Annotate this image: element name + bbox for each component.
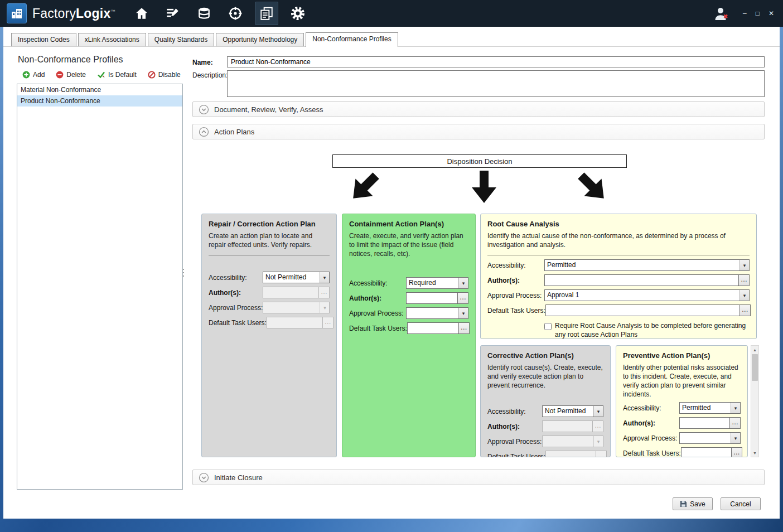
chevron-down-icon[interactable]: ▾ [458, 278, 468, 288]
list-item-material-non-conformance[interactable]: Material Non-Conformance [17, 84, 182, 95]
scroll-down-icon[interactable]: ▼ [753, 449, 757, 457]
scroll-up-icon[interactable]: ▲ [753, 346, 757, 354]
collapse-down-icon [199, 472, 209, 483]
ellipsis-button: … [596, 451, 607, 457]
list-item-product-non-conformance[interactable]: Product Non-Conformance [17, 95, 182, 107]
chevron-down-icon[interactable]: ▾ [458, 308, 468, 318]
section-action-plans[interactable]: Action Plans [192, 124, 765, 139]
require-root-cause-label: Require Root Cause Analysis to be comple… [555, 322, 750, 339]
repair-default-task-users-input [267, 317, 323, 328]
panel-splitter[interactable] [182, 268, 185, 279]
disable-button[interactable]: Disable [148, 71, 181, 79]
default-task-users-label: Default Task Users: [209, 319, 267, 327]
section-initiate-closure-label: Initiate Closure [214, 473, 263, 482]
preventive-approval-dropdown[interactable]: ▾ [679, 432, 741, 444]
description-label: Description: [192, 70, 227, 79]
chevron-down-icon[interactable]: ▾ [731, 403, 740, 413]
approval-process-label: Approval Process: [349, 309, 403, 317]
corrective-authors-input [542, 420, 593, 432]
corrective-accessibility-dropdown[interactable]: Not Permitted ▾ [542, 405, 603, 417]
divider [487, 255, 750, 256]
root-cause-panel: Root Cause Analysis Identify the actual … [480, 214, 757, 339]
home-icon[interactable] [130, 2, 153, 25]
settings-gear-icon[interactable] [286, 2, 310, 25]
repair-approval-dropdown: ▾ [263, 302, 330, 313]
tab-opportunity-methodology[interactable]: Opportunity Methodology [216, 33, 304, 46]
tab-inspection-codes[interactable]: Inspection Codes [11, 33, 76, 46]
planning-icon[interactable] [161, 2, 185, 25]
maximize-button[interactable]: □ [756, 10, 760, 17]
divider [209, 255, 330, 256]
chevron-down-icon[interactable]: ▾ [740, 260, 749, 270]
materials-icon[interactable] [192, 2, 216, 25]
containment-default-task-users-input[interactable] [407, 322, 459, 334]
is-default-button[interactable]: Is Default [97, 71, 137, 79]
profile-editor: Name: Description: Document, Review, Ver… [192, 54, 765, 519]
ellipsis-button[interactable]: … [730, 417, 741, 429]
action-plans-area: Disposition Decision Repair / Correction… [192, 139, 765, 462]
plans-scrollbar[interactable]: ▲ ▼ [751, 345, 759, 457]
root-cause-authors-input[interactable] [544, 274, 739, 286]
profiles-panel-title: Non-Conformance Profiles [18, 55, 183, 65]
delete-button[interactable]: Delete [56, 71, 86, 79]
name-input[interactable] [227, 56, 765, 67]
app-logo [7, 3, 27, 23]
corrective-approval-dropdown: ▾ [542, 436, 603, 447]
navigation-icon[interactable] [224, 2, 247, 25]
add-button[interactable]: Add [22, 71, 45, 79]
containment-panel-title: Containment Action Plan(s) [349, 220, 468, 228]
description-input[interactable] [227, 70, 765, 97]
collapse-up-icon [199, 127, 209, 137]
repair-correction-panel: Repair / Correction Action Plan Create a… [201, 214, 337, 457]
ellipsis-button[interactable]: … [739, 274, 750, 286]
ellipsis-button: … [593, 420, 603, 432]
disable-icon [148, 71, 156, 79]
containment-approval-dropdown[interactable]: ▾ [406, 307, 468, 319]
chevron-down-icon[interactable]: ▾ [320, 272, 329, 283]
chevron-down-icon[interactable]: ▾ [731, 433, 740, 443]
section-document-review[interactable]: Document, Review, Verify, Assess [192, 101, 765, 117]
chevron-down-icon[interactable]: ▾ [593, 406, 603, 417]
containment-authors-input[interactable] [406, 292, 458, 304]
name-label: Name: [192, 57, 227, 66]
save-floppy-icon [680, 500, 687, 507]
cancel-button[interactable]: Cancel [721, 497, 761, 510]
ellipsis-button[interactable]: … [740, 304, 751, 316]
containment-accessibility-dropdown[interactable]: Required ▾ [406, 277, 468, 289]
ellipsis-button[interactable]: … [459, 322, 470, 334]
repair-accessibility-dropdown[interactable]: Not Permitted ▾ [263, 272, 330, 283]
preventive-panel: Preventive Action Plan(s) Identify other… [616, 345, 748, 457]
root-cause-panel-description: Identify the actual cause of the non-con… [487, 231, 750, 249]
authors-label: Author(s): [487, 423, 520, 431]
tab-xlink-associations[interactable]: xLink Associations [78, 33, 146, 46]
ellipsis-button[interactable]: … [732, 447, 742, 457]
root-cause-accessibility-dropdown[interactable]: Permitted ▾ [544, 259, 750, 271]
close-button[interactable]: ✕ [768, 10, 774, 17]
preventive-default-task-users-input[interactable] [681, 447, 732, 457]
preventive-accessibility-dropdown[interactable]: Permitted ▾ [679, 402, 741, 414]
require-root-cause-checkbox[interactable] [544, 323, 552, 330]
quality-reports-icon[interactable] [255, 2, 278, 25]
root-cause-approval-dropdown[interactable]: Approval 1 ▾ [544, 289, 750, 301]
save-button[interactable]: Save [673, 497, 713, 510]
user-account-icon[interactable] [713, 5, 729, 22]
scrollbar-thumb[interactable] [752, 354, 758, 381]
minimize-button[interactable]: – [743, 10, 747, 17]
repair-panel-description: Create an action plan to locate and repa… [209, 231, 330, 249]
section-action-plans-label: Action Plans [214, 128, 254, 136]
tab-quality-standards[interactable]: Quality Standards [148, 33, 214, 46]
accessibility-label: Accessibility: [623, 404, 661, 412]
profiles-toolbar: Add Delete Is Default Disable [22, 71, 183, 79]
chevron-down-icon: ▾ [320, 302, 329, 313]
chevron-down-icon[interactable]: ▾ [740, 290, 749, 301]
root-cause-default-task-users-input[interactable] [545, 304, 740, 316]
tab-non-conformance-profiles[interactable]: Non-Conformance Profiles [306, 32, 398, 47]
tab-bar: Inspection Codes xLink Associations Qual… [3, 27, 780, 47]
ellipsis-button[interactable]: … [458, 292, 468, 304]
default-task-users-label: Default Task Users: [623, 449, 681, 457]
preventive-authors-input[interactable] [679, 417, 730, 429]
approval-process-label: Approval Process: [487, 438, 542, 446]
section-initiate-closure[interactable]: Initiate Closure [192, 470, 765, 485]
authors-label: Author(s): [349, 294, 381, 302]
authors-label: Author(s): [209, 289, 241, 297]
